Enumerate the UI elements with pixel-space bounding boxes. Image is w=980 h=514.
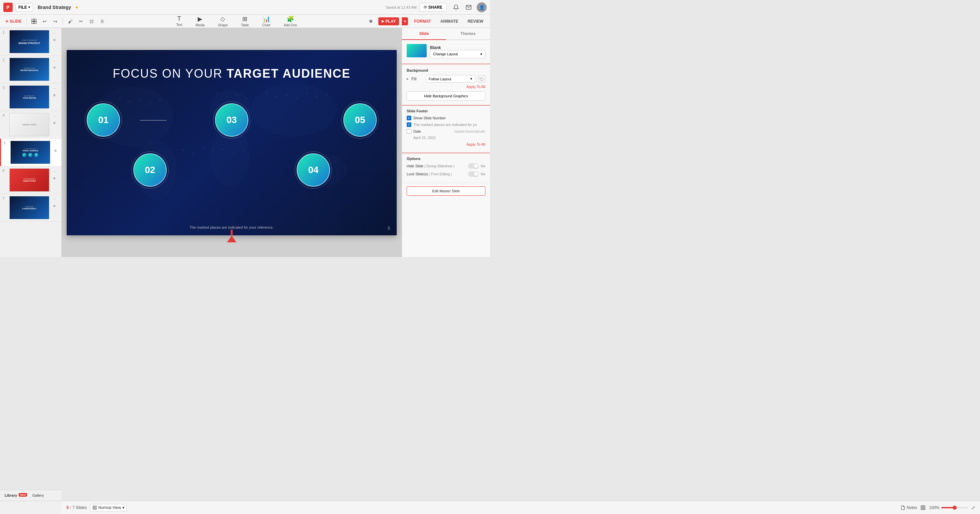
user-avatar[interactable]: 👤 xyxy=(477,2,487,12)
saved-status: Saved at 11:43 AM xyxy=(386,5,417,10)
change-layout-button[interactable]: Change Layout ▾ xyxy=(430,50,485,58)
circle-01: 01 xyxy=(87,103,120,137)
slide-title-container: FOCUS ON YOUR TARGET AUDIENCE xyxy=(67,67,397,81)
circle-04: 04 xyxy=(297,153,330,187)
slide-duplicate-4[interactable]: ⊕ xyxy=(51,120,57,126)
slide-controls-5: ⋯ ⊕ xyxy=(52,141,58,153)
footer-text-checkbox[interactable]: ✓ xyxy=(407,123,411,127)
circle-05-group: 05 xyxy=(343,103,377,137)
circle-03-group: 03 xyxy=(215,103,248,137)
date-auto-label: Update Automatically xyxy=(454,130,485,133)
footer-apply-all[interactable]: Apply To All xyxy=(407,142,485,146)
layout-info: Blank Change Layout ▾ xyxy=(430,45,485,58)
options-label: Options xyxy=(407,157,485,161)
slide-menu-2[interactable]: ⋯ xyxy=(51,58,57,64)
show-slide-number-checkbox[interactable]: ✓ xyxy=(407,116,411,120)
add-slide-button[interactable]: + SLIDE xyxy=(3,17,24,25)
svg-point-33 xyxy=(276,95,278,98)
slide-thumb-4[interactable]: 4 CREATE A VOICE ⋯ ⊕ xyxy=(0,111,61,138)
hide-slide-toggle[interactable]: No xyxy=(468,163,485,169)
hide-slide-thumb xyxy=(474,164,478,168)
slide-menu-1[interactable]: ⋯ xyxy=(51,30,57,36)
circles-row2: 02 04 xyxy=(133,153,330,187)
play-button[interactable]: ▶ PLAY xyxy=(378,18,399,25)
slide-controls-7: ⋯ ⊕ xyxy=(51,196,57,208)
slide-thumb-6[interactable]: 6 YOUR BRAND'S OBJECTIVES ⋯ ⊕ xyxy=(0,166,61,194)
table-tool[interactable]: ⊞ Table xyxy=(238,14,252,28)
review-tab[interactable]: REVIEW xyxy=(465,18,487,25)
footer-text-input[interactable] xyxy=(413,123,485,127)
layout-button[interactable] xyxy=(29,17,39,26)
lock-slides-toggle[interactable]: No xyxy=(468,171,485,177)
notification-button[interactable] xyxy=(451,3,461,12)
fill-dropdown[interactable]: Follow Layout ▾ xyxy=(426,75,475,83)
slide-menu-3[interactable]: ⋯ xyxy=(51,85,57,91)
layout-preview-thumbnail xyxy=(407,44,427,57)
edit-master-slide-button[interactable]: Edit Master Slide xyxy=(407,186,485,196)
file-menu-button[interactable]: FILE ▾ xyxy=(15,3,33,11)
slide-duplicate-5[interactable]: ⊕ xyxy=(52,147,58,153)
slide-number-3: 3 xyxy=(3,86,7,90)
lock-slides-track[interactable] xyxy=(468,171,479,177)
addons-tool[interactable]: 🧩 Add-Ons xyxy=(281,14,299,28)
paint-button[interactable]: 🖌 xyxy=(66,17,75,26)
shape-tool[interactable]: ◇ Shape xyxy=(215,14,230,28)
slide-thumb-2[interactable]: 2 DEFINE YOUR BRAND MESSAGE ⋯ ⊕ xyxy=(0,56,61,83)
slide-menu-4[interactable]: ⋯ xyxy=(51,113,57,119)
redo-button[interactable]: ↪ xyxy=(51,17,60,26)
lock-slides-value: No xyxy=(480,172,485,176)
media-tool[interactable]: ▶ Media xyxy=(193,14,207,28)
slide-menu-7[interactable]: ⋯ xyxy=(51,196,57,202)
hide-slide-track[interactable] xyxy=(468,163,479,169)
slide-thumb-3[interactable]: 3 BE TRUE TO YOUR BRAND ⋯ ⊕ xyxy=(0,83,61,111)
hide-background-button[interactable]: Hide Background Graphics xyxy=(407,91,485,101)
shape-label: Shape xyxy=(218,23,228,27)
slide-duplicate-6[interactable]: ⊕ xyxy=(51,175,57,181)
svg-point-43 xyxy=(222,148,224,150)
slide-thumb-7[interactable]: 7 MAINTAIN CONSISTENCY ⋯ ⊕ xyxy=(0,194,61,222)
background-apply-all[interactable]: Apply To All xyxy=(407,85,485,89)
chart-tool[interactable]: 📊 Chart xyxy=(260,14,273,28)
undo-button[interactable]: ↩ xyxy=(40,17,49,26)
slide-duplicate-1[interactable]: ⊕ xyxy=(51,37,57,43)
settings-button[interactable]: ⚙ xyxy=(366,17,375,26)
slide-duplicate-3[interactable]: ⊕ xyxy=(51,92,57,98)
share-icon: ⟳ xyxy=(424,5,427,10)
show-slide-number-label: Show Slide Number xyxy=(413,116,485,120)
text-tool[interactable]: T Text xyxy=(173,14,185,28)
cut-button[interactable]: ✂ xyxy=(76,17,86,26)
slide-preview-5: FOCUS ON YOUR TARGET AUDIENCE 01 03 05 xyxy=(10,141,50,164)
copy-button[interactable]: ⊡ xyxy=(87,17,96,26)
tab-themes[interactable]: Themes xyxy=(446,28,490,39)
slide-thumb-1[interactable]: 1 HOW TO DEVELOP BRAND STRATEGY ⋯ ⊕ xyxy=(0,28,61,56)
change-layout-label: Change Layout xyxy=(433,52,458,56)
chart-label: Chart xyxy=(262,23,270,27)
app-logo: P xyxy=(3,3,13,12)
paste-button[interactable]: ⎘ xyxy=(98,17,107,26)
circle-ring-02 xyxy=(131,151,169,189)
tab-slide[interactable]: Slide xyxy=(402,28,446,40)
date-checkbox[interactable] xyxy=(407,129,411,134)
slide-menu-5[interactable]: ⋯ xyxy=(52,141,58,146)
slide-controls-1: ⋯ ⊕ xyxy=(51,30,57,43)
star-icon[interactable]: ★ xyxy=(75,5,79,10)
slide-duplicate-2[interactable]: ⊕ xyxy=(51,64,57,70)
format-tab[interactable]: FORMAT xyxy=(410,18,434,25)
animate-tab[interactable]: ANIMATE xyxy=(437,18,462,25)
slide-duplicate-7[interactable]: ⊕ xyxy=(51,203,57,208)
slide-menu-6[interactable]: ⋯ xyxy=(51,168,57,174)
circle-03: 03 xyxy=(215,103,248,137)
slide-page-number: 5 xyxy=(388,226,390,231)
top-bar: P FILE ▾ Brand Strategy ★ Saved at 11:43… xyxy=(0,0,490,15)
fill-reset-button[interactable] xyxy=(478,75,485,83)
circle-ring-03 xyxy=(213,101,250,138)
slide-panel: 1 HOW TO DEVELOP BRAND STRATEGY ⋯ ⊕ 2 DE… xyxy=(0,28,62,257)
fill-expand-icon[interactable]: ▶ xyxy=(407,77,409,80)
mail-button[interactable] xyxy=(464,3,473,12)
play-dropdown-button[interactable]: ▾ xyxy=(402,18,408,25)
slide-thumb-5[interactable]: 5 FOCUS ON YOUR TARGET AUDIENCE 01 03 05… xyxy=(0,138,61,166)
main-slide-canvas[interactable]: FOCUS ON YOUR TARGET AUDIENCE 01 xyxy=(67,50,397,236)
slide-controls-6: ⋯ ⊕ xyxy=(51,168,57,181)
share-button[interactable]: ⟳ SHARE xyxy=(419,3,447,12)
toolbar-divider-2 xyxy=(63,18,63,25)
